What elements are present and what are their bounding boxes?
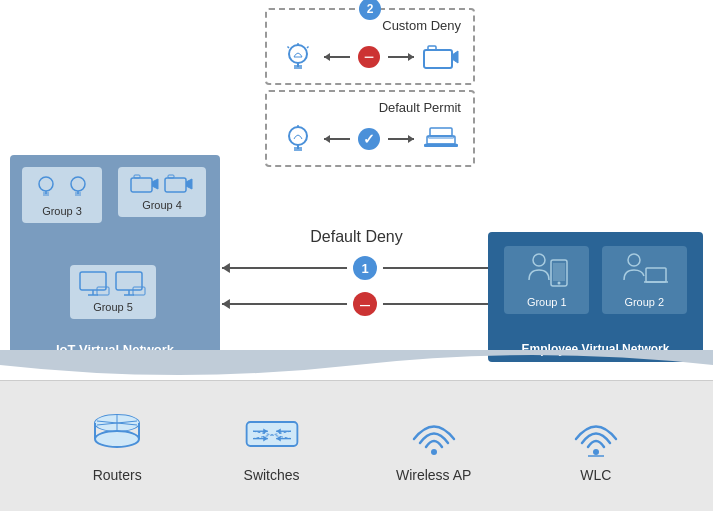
router-icon — [87, 409, 147, 459]
svg-point-59 — [557, 282, 560, 285]
svg-point-14 — [289, 127, 307, 145]
svg-rect-38 — [165, 178, 186, 192]
monitor-icon-g5b — [115, 271, 147, 297]
arrow-left-1 — [322, 49, 352, 65]
svg-point-32 — [71, 177, 85, 191]
legend-section: Routers Switches — [0, 380, 713, 511]
group-5-icons — [79, 271, 147, 297]
group-1-box: Group 1 — [504, 246, 589, 314]
default-permit-title: Default Permit — [279, 100, 461, 115]
svg-rect-37 — [134, 175, 140, 178]
svg-rect-58 — [553, 263, 565, 281]
svg-point-67 — [95, 431, 139, 447]
svg-rect-61 — [646, 268, 666, 282]
arrow-left-2 — [322, 131, 352, 147]
svg-rect-26 — [430, 128, 452, 136]
default-permit-content: ✓ — [279, 121, 461, 157]
check-badge: ✓ — [358, 128, 380, 150]
svg-rect-27 — [428, 136, 454, 138]
minus-badge-main: – — [353, 292, 377, 316]
legend-routers: Routers — [87, 409, 147, 483]
group-3-box: Group 3 — [22, 167, 102, 223]
bulb-icon-g3b — [64, 173, 92, 201]
group-2-label: Group 2 — [624, 296, 664, 308]
arrow-left-main-2 — [220, 296, 349, 312]
bulb-icon-2 — [280, 121, 316, 157]
group-4-icons — [130, 173, 194, 195]
badge-1: 1 — [353, 256, 377, 280]
custom-deny-content: − — [279, 39, 461, 75]
arrow-left-main-1 — [220, 260, 349, 276]
laptop-stack-icon — [422, 122, 460, 156]
group-2-box: Group 2 — [602, 246, 687, 314]
switch-svg — [242, 409, 302, 459]
svg-point-28 — [39, 177, 53, 191]
wlc-icon — [566, 409, 626, 459]
router-svg — [87, 409, 147, 459]
default-permit-box: Default Permit ✓ — [265, 90, 475, 167]
camera-icon-g4a — [130, 173, 160, 195]
arrow-right-1 — [386, 49, 416, 65]
svg-point-56 — [533, 254, 545, 266]
arrow-row-1: 1 — [220, 256, 510, 280]
svg-marker-49 — [222, 263, 230, 273]
svg-marker-22 — [408, 135, 414, 143]
svg-rect-13 — [428, 46, 436, 50]
arrow-right-2 — [386, 131, 416, 147]
wave-shape — [0, 350, 713, 380]
svg-marker-53 — [222, 299, 230, 309]
wlc-label: WLC — [580, 467, 611, 483]
legend-switches: Switches — [242, 409, 302, 483]
bulb-icon-g3a — [32, 173, 60, 201]
svg-point-60 — [628, 254, 640, 266]
custom-deny-box: 2 Custom Deny − — [265, 8, 475, 85]
svg-marker-9 — [324, 53, 330, 61]
camera-icon-g4b — [164, 173, 194, 195]
wlc-svg — [566, 409, 626, 459]
svg-rect-43 — [97, 287, 109, 295]
svg-rect-12 — [424, 50, 452, 68]
default-deny-label: Default Deny — [310, 228, 403, 246]
employee-network-box: Group 1 Group 2 Employee Virtual Network — [488, 232, 703, 362]
custom-deny-title: Custom Deny — [279, 18, 461, 33]
person-phone-icon — [523, 252, 571, 292]
group-1-label: Group 1 — [527, 296, 567, 308]
wireless-ap-label: Wireless AP — [396, 467, 471, 483]
wireless-ap-icon — [404, 409, 464, 459]
svg-point-82 — [431, 449, 437, 455]
arrow-row-2: – — [220, 292, 510, 316]
svg-rect-47 — [133, 287, 145, 295]
routers-label: Routers — [93, 467, 142, 483]
camera-icon-1 — [422, 42, 460, 72]
switch-icon — [242, 409, 302, 459]
group-5-label: Group 5 — [93, 301, 133, 313]
svg-marker-11 — [408, 53, 414, 61]
svg-rect-71 — [246, 422, 297, 446]
bulb-icon-1 — [280, 39, 316, 75]
arrow-area: 1 – — [220, 256, 510, 316]
minus-badge-1: − — [358, 46, 380, 68]
svg-point-83 — [593, 449, 599, 455]
legend-wireless-ap: Wireless AP — [396, 409, 471, 483]
person-laptop-icon — [620, 252, 668, 292]
legend-wlc: WLC — [566, 409, 626, 483]
group-5-box: Group 5 — [70, 265, 156, 319]
group-4-label: Group 4 — [142, 199, 182, 211]
svg-line-6 — [307, 47, 309, 49]
svg-rect-24 — [427, 136, 455, 144]
switches-label: Switches — [244, 467, 300, 483]
badge-2: 2 — [359, 0, 381, 20]
wireless-ap-svg — [404, 409, 464, 459]
svg-line-5 — [288, 47, 290, 49]
group-4-box: Group 4 — [118, 167, 206, 217]
svg-marker-20 — [324, 135, 330, 143]
svg-rect-39 — [168, 175, 174, 178]
svg-rect-36 — [131, 178, 152, 192]
group-3-icons — [32, 173, 92, 201]
group-3-label: Group 3 — [42, 205, 82, 217]
svg-point-0 — [289, 45, 307, 63]
iot-network-box: Group 3 Group 4 — [10, 155, 220, 365]
monitor-icon-g5a — [79, 271, 111, 297]
